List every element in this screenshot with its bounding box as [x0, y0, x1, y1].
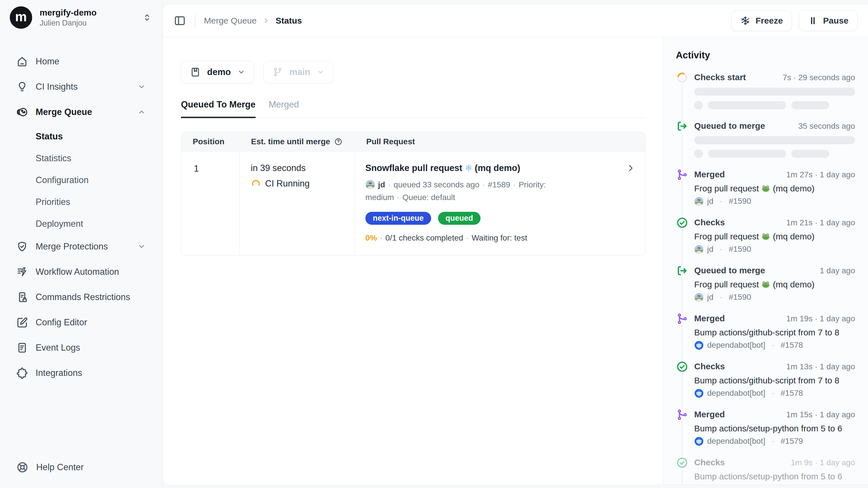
- dependabot-icon: [694, 485, 704, 485]
- activity-pr-title[interactable]: Bump actions/github-script from 7 to 8: [694, 375, 855, 386]
- sidebar-item-label: Workflow Automation: [36, 267, 119, 277]
- sidebar-item-workflow-automation[interactable]: Workflow Automation: [7, 260, 155, 284]
- activity-pr-title[interactable]: Frog pull request (mq demo): [694, 183, 855, 194]
- book-icon: [190, 67, 201, 78]
- breadcrumb-status: Status: [275, 16, 302, 26]
- queue-table: PositionEst. time until mergePull Reques…: [181, 132, 645, 256]
- checks-waiting: Waiting for: test: [472, 233, 527, 242]
- pr-author[interactable]: jd: [378, 180, 385, 189]
- chevron-up-icon: [137, 108, 146, 116]
- activity-pr-number[interactable]: #1579: [781, 484, 803, 485]
- org-switcher[interactable]: m mergify-demo Julien Danjou: [0, 0, 162, 35]
- spinner-icon: [251, 178, 261, 189]
- activity-entry-queued-to-merge-1[interactable]: Queued to merge35 seconds ago: [676, 120, 855, 158]
- activity-label: Queued to merge: [694, 120, 765, 131]
- sidebar-item-merge-protections[interactable]: Merge Protections: [7, 235, 155, 258]
- sidebar-item-label: Config Editor: [36, 317, 87, 327]
- activity-entry-checks-start-0[interactable]: Checks start7s · 29 seconds ago: [676, 72, 855, 110]
- activity-time: 7s · 29 seconds ago: [783, 72, 855, 83]
- activity-label: Merged: [694, 313, 725, 324]
- activity-pr-title[interactable]: Frog pull request (mq demo): [694, 231, 855, 242]
- activity-entry-checks-6[interactable]: Checks1m 13s · 1 day agoBump actions/git…: [676, 361, 855, 398]
- column-header-position: Position: [181, 132, 240, 151]
- sidebar-subitem-priorities[interactable]: Priorities: [7, 191, 155, 213]
- activity-label: Checks: [694, 457, 725, 468]
- sidebar-item-event-logs[interactable]: Event Logs: [7, 336, 155, 360]
- branch-value: main: [289, 67, 310, 77]
- help-circle-icon[interactable]: [334, 137, 343, 146]
- sidebar-item-merge-queue[interactable]: Merge Queue: [7, 100, 155, 124]
- skeleton-circle: [694, 149, 703, 158]
- sidebar-item-integrations[interactable]: Integrations: [7, 361, 155, 385]
- activity-pr-number[interactable]: #1590: [729, 244, 751, 254]
- branch-select[interactable]: main: [264, 61, 334, 83]
- activity-pr-number[interactable]: #1579: [781, 436, 803, 446]
- tab-queued-to-merge[interactable]: Queued To Merge: [181, 99, 256, 118]
- sidebar-subitem-configuration[interactable]: Configuration: [7, 169, 155, 191]
- toolbar: demo main: [181, 61, 663, 83]
- activity-pr-title[interactable]: Bump actions/setup-python from 5 to 6: [694, 423, 855, 434]
- repository-select[interactable]: demo: [181, 61, 254, 83]
- activity-time: 1 day ago: [820, 265, 855, 276]
- home-icon: [16, 55, 28, 67]
- activity-label: Merged: [694, 169, 725, 180]
- git-branch-icon: [272, 67, 283, 78]
- topbar: Merge Queue Status FreezePause: [162, 4, 868, 37]
- activity-pr-number[interactable]: #1578: [781, 340, 803, 350]
- skeleton-bar: [791, 150, 829, 158]
- sidebar-subitem-statistics[interactable]: Statistics: [7, 147, 155, 169]
- activity-entry-merged-5[interactable]: Merged1m 19s · 1 day agoBump actions/git…: [676, 313, 855, 350]
- activity-entry-merged-7[interactable]: Merged1m 15s · 1 day agoBump actions/set…: [676, 409, 855, 446]
- chevrons-up-down-icon: [142, 12, 152, 23]
- help-center-label: Help Center: [36, 462, 84, 472]
- column-header-pull-request: Pull Request: [355, 132, 645, 151]
- skeleton-bar: [791, 101, 829, 109]
- sidebar-subitem-deployment[interactable]: Deployment: [7, 213, 155, 235]
- tab-merged[interactable]: Merged: [269, 99, 299, 118]
- chevron-right-icon[interactable]: [626, 164, 636, 173]
- sidebar-item-help-center[interactable]: Help Center: [0, 461, 162, 488]
- chevron-down-icon: [316, 68, 324, 76]
- activity-author: dependabot[bot]: [707, 340, 765, 350]
- activity-entry-checks-3[interactable]: Checks1m 21s · 1 day agoFrog pull reques…: [676, 217, 855, 254]
- activity-panel: Activity Checks start7s · 29 seconds ago…: [663, 37, 868, 485]
- sidebar-subitem-status[interactable]: Status: [7, 125, 155, 147]
- avatar-jd-icon: [694, 197, 704, 206]
- sidebar-item-config-editor[interactable]: Config Editor: [7, 311, 155, 334]
- pause-button[interactable]: Pause: [799, 10, 857, 31]
- activity-pr-title[interactable]: Frog pull request (mq demo): [694, 279, 855, 290]
- author-avatar[interactable]: [365, 180, 375, 190]
- git-merge-icon: [676, 168, 688, 181]
- check-circle-icon: [676, 361, 688, 373]
- pr-title[interactable]: Snowflake pull request ❄ (mq demo): [365, 162, 619, 174]
- sidebar-item-label: Event Logs: [36, 343, 80, 353]
- spinner-ring-icon: [676, 71, 688, 84]
- activity-timeline: Checks start7s · 29 seconds agoQueued to…: [676, 72, 855, 485]
- queue-in-icon: [676, 264, 688, 277]
- queue-tabs: Queued To Merge Merged: [181, 99, 645, 118]
- activity-label: Checks: [694, 361, 725, 372]
- activity-pr-number[interactable]: #1590: [729, 196, 751, 206]
- ci-status-label: CI Running: [265, 178, 310, 189]
- queue-table-row[interactable]: 1 in 39 seconds CI Running Snowflake pul…: [181, 151, 645, 255]
- ci-status: CI Running: [251, 178, 355, 189]
- activity-time: 1m 13s · 1 day ago: [786, 361, 855, 372]
- sidebar-item-commands-restrictions[interactable]: Commands Restrictions: [7, 285, 155, 309]
- header-actions: FreezePause: [731, 10, 857, 31]
- activity-entry-merged-2[interactable]: Merged1m 27s · 1 day agoFrog pull reques…: [676, 169, 855, 206]
- sidebar-item-ci-insights[interactable]: CI Insights: [7, 75, 155, 98]
- activity-pr-title[interactable]: Bump actions/github-script from 7 to 8: [694, 327, 855, 338]
- activity-entry-queued-to-merge-4[interactable]: Queued to merge1 day agoFrog pull reques…: [676, 265, 855, 302]
- sidebar: m mergify-demo Julien Danjou HomeCI Insi…: [0, 0, 162, 488]
- freeze-button[interactable]: Freeze: [731, 10, 792, 31]
- sidebar-item-home[interactable]: Home: [7, 50, 155, 73]
- activity-pr-number[interactable]: #1578: [781, 388, 803, 398]
- panel-left-toggle-icon[interactable]: [174, 15, 186, 27]
- skeleton-bar: [708, 101, 786, 109]
- activity-pr-title[interactable]: Bump actions/setup-python from 5 to 6: [694, 471, 855, 482]
- activity-time: 1m 19s · 1 day ago: [786, 313, 855, 324]
- activity-pr-number[interactable]: #1590: [729, 292, 751, 302]
- activity-author: dependabot[bot]: [707, 388, 765, 398]
- activity-entry-checks-8[interactable]: Checks1m 9s · 1 day agoBump actions/setu…: [676, 457, 855, 485]
- breadcrumb-merge-queue[interactable]: Merge Queue: [204, 16, 256, 26]
